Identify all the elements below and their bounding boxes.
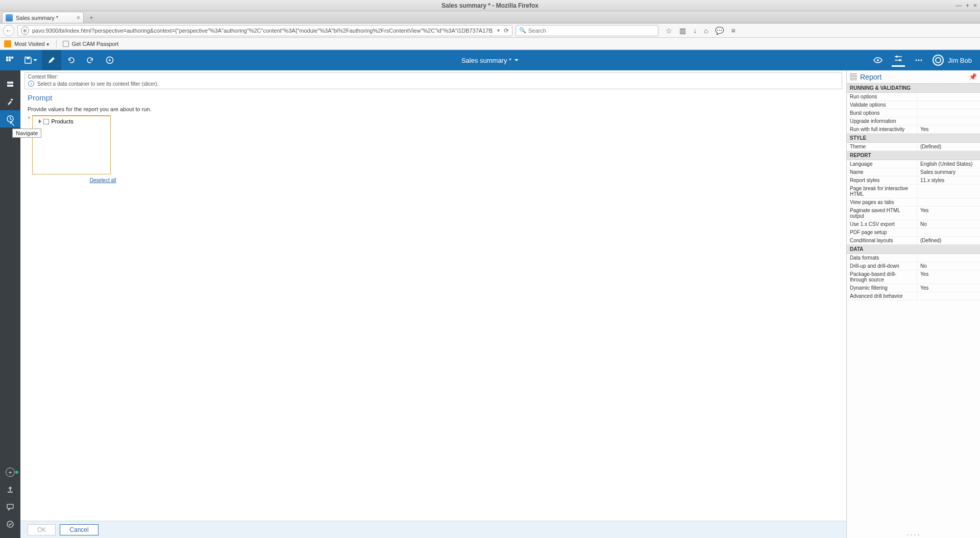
- pin-icon[interactable]: 📌: [969, 73, 977, 81]
- svg-point-12: [916, 60, 917, 61]
- redo-button[interactable]: [81, 50, 100, 70]
- document-title: Sales summary *: [461, 57, 511, 64]
- menu-icon[interactable]: ≡: [731, 27, 735, 35]
- prop-row[interactable]: LanguageEnglish (United States): [847, 160, 980, 168]
- properties-button[interactable]: [892, 54, 905, 67]
- tree-item-label: Products: [51, 118, 73, 124]
- tree-expand-icon[interactable]: [39, 119, 41, 123]
- tree-checkbox[interactable]: [43, 119, 49, 124]
- svg-rect-19: [8, 492, 13, 493]
- svg-rect-15: [7, 82, 13, 84]
- resize-handle-icon[interactable]: • • • •: [907, 532, 920, 537]
- properties-panel: Report 📌 RUNNING & VALIDATING Run option…: [846, 70, 980, 538]
- sidebar-add-button[interactable]: +: [0, 464, 20, 481]
- center-column: Context filter: i Select a data containe…: [20, 70, 846, 538]
- user-avatar-icon: [933, 55, 944, 66]
- most-visited-link[interactable]: Most Visited▼: [14, 41, 50, 47]
- tab-close-icon[interactable]: ×: [77, 14, 80, 21]
- context-filter-msg: Select a data container to see its conte…: [37, 81, 158, 87]
- prop-row[interactable]: Conditional layouts(Defined): [847, 237, 980, 245]
- chevron-down-icon: [33, 59, 37, 61]
- url-input[interactable]: ⊕ pavo:9300/bi/index.html?perspective=au…: [17, 25, 512, 36]
- prop-row[interactable]: Dynamic filteringYes: [847, 284, 980, 292]
- globe-icon: ⊕: [21, 27, 29, 35]
- app-menu-button[interactable]: [0, 50, 19, 70]
- new-tab-button[interactable]: +: [86, 13, 97, 23]
- prop-row[interactable]: Paginate saved HTML outputYes: [847, 207, 980, 220]
- prop-row[interactable]: Run options: [847, 93, 980, 101]
- section-report: REPORT: [847, 151, 980, 160]
- clock-icon: [6, 115, 14, 123]
- prop-row[interactable]: View pages as tabs: [847, 198, 980, 207]
- app-toolbar: Sales summary * Jim Bob: [0, 50, 980, 70]
- navigate-tooltip: Navigate: [12, 129, 41, 138]
- sidebar-upload-button[interactable]: [0, 481, 20, 498]
- reload-icon[interactable]: ⟳: [504, 27, 509, 34]
- bookmark-star-icon[interactable]: ☆: [666, 27, 672, 35]
- undo-icon: [67, 56, 75, 64]
- cam-passport-link[interactable]: Get CAM Passport: [72, 41, 119, 47]
- prop-row[interactable]: Page break for interactive HTML: [847, 185, 980, 198]
- svg-point-14: [921, 60, 922, 61]
- prop-row[interactable]: Upgrade information: [847, 117, 980, 125]
- sidebar-item-data[interactable]: [0, 75, 20, 93]
- bookmarks-bar: Most Visited▼ Get CAM Passport: [0, 38, 980, 50]
- prop-row[interactable]: Use 1.x CSV exportNo: [847, 220, 980, 228]
- prop-row[interactable]: Run with full interactivityYes: [847, 125, 980, 134]
- plus-circle-icon: +: [6, 468, 15, 477]
- prompt-heading: Prompt: [28, 93, 839, 102]
- report-icon: [850, 73, 857, 81]
- sidebar-check-button[interactable]: [0, 516, 20, 533]
- play-button[interactable]: [100, 50, 119, 70]
- tab-strip: Sales summary * × +: [0, 11, 980, 23]
- close-window-button[interactable]: ×: [973, 2, 977, 9]
- home-icon[interactable]: ⌂: [704, 27, 708, 35]
- maximize-button[interactable]: +: [966, 2, 969, 9]
- svg-rect-17: [11, 99, 13, 100]
- svg-rect-2: [11, 57, 13, 59]
- cam-passport-icon: [63, 41, 69, 47]
- tree-item-products[interactable]: Products: [35, 118, 108, 124]
- prop-row[interactable]: Package-based drill-through sourceYes: [847, 270, 980, 284]
- browser-tab[interactable]: Sales summary * ×: [2, 12, 84, 23]
- prop-row[interactable]: Validate options: [847, 101, 980, 109]
- prompt-area: Prompt Provide values for the report you…: [20, 89, 846, 188]
- svg-rect-3: [6, 59, 8, 61]
- more-button[interactable]: [912, 54, 925, 67]
- prop-row[interactable]: Drill-up and drill-downNo: [847, 262, 980, 270]
- prop-row[interactable]: Report styles11.x styles: [847, 176, 980, 185]
- prop-row[interactable]: Theme(Defined): [847, 143, 980, 151]
- search-input[interactable]: [528, 28, 655, 34]
- window-titlebar: Sales summary * - Mozilla Firefox — + ×: [0, 0, 980, 11]
- nav-back-button[interactable]: ←: [3, 25, 14, 36]
- cancel-button[interactable]: Cancel: [60, 524, 98, 535]
- svg-rect-20: [7, 504, 13, 508]
- prop-row[interactable]: Burst options: [847, 109, 980, 117]
- section-style: STYLE: [847, 134, 980, 143]
- prop-row[interactable]: Advanced drill behavior: [847, 292, 980, 300]
- sidebar-item-toolbox[interactable]: [0, 93, 20, 110]
- chat-icon[interactable]: 💬: [715, 27, 724, 35]
- save-button[interactable]: [19, 50, 42, 70]
- prompt-tree[interactable]: Products: [32, 115, 111, 174]
- url-icons: ☆ ▥ ↓ ⌂ 💬 ≡: [666, 27, 736, 35]
- prop-row[interactable]: Data formats: [847, 254, 980, 262]
- sidebar-item-navigate[interactable]: [0, 110, 20, 127]
- prop-row[interactable]: PDF page setup: [847, 228, 980, 237]
- edit-button[interactable]: [42, 50, 61, 70]
- undo-button[interactable]: [61, 50, 81, 70]
- document-title-area[interactable]: Sales summary *: [461, 57, 519, 64]
- svg-point-9: [896, 56, 898, 58]
- user-menu[interactable]: Jim Bob: [933, 55, 972, 66]
- svg-point-7: [877, 59, 879, 61]
- sidebar-comment-button[interactable]: [0, 498, 20, 516]
- chevron-down-icon: [514, 59, 519, 61]
- deselect-all-link[interactable]: Deselect all: [90, 177, 116, 183]
- ok-button[interactable]: OK: [28, 524, 56, 535]
- preview-button[interactable]: [871, 54, 885, 67]
- prop-row[interactable]: NameSales summary: [847, 168, 980, 176]
- url-dropdown-icon[interactable]: ▼: [496, 28, 501, 33]
- downloads-icon[interactable]: ↓: [693, 27, 697, 35]
- minimize-button[interactable]: —: [955, 2, 962, 9]
- library-icon[interactable]: ▥: [679, 27, 686, 35]
